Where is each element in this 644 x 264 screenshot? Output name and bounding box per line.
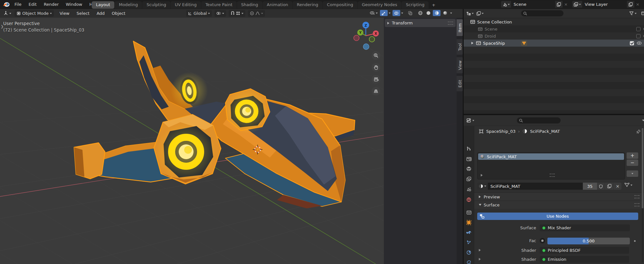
tab-object[interactable] xyxy=(464,218,473,227)
unlink-material-icon[interactable]: × xyxy=(614,183,621,190)
tab-modifiers[interactable] xyxy=(464,228,473,237)
tab-world[interactable] xyxy=(464,195,473,204)
outliner-row-scene-collection[interactable]: Scene Collection xyxy=(464,18,644,25)
fake-user-shield-icon[interactable] xyxy=(597,183,605,190)
zoom-button[interactable] xyxy=(372,51,380,60)
outliner-row-scene[interactable]: Scene xyxy=(464,25,644,32)
material-name-field[interactable]: SciFiPack_MAT xyxy=(488,183,583,190)
remove-view-layer-icon[interactable]: × xyxy=(634,1,641,8)
workspace-tab-shading[interactable]: Shading xyxy=(237,1,262,9)
viewport-menu-add[interactable]: Add xyxy=(93,9,108,18)
exclude-checkbox[interactable] xyxy=(630,41,634,45)
fac-socket-icon[interactable] xyxy=(540,238,545,243)
viewport-menu-object[interactable]: Object xyxy=(109,9,128,18)
tab-collection[interactable] xyxy=(464,208,473,217)
workspace-tab-animation[interactable]: Animation xyxy=(263,1,292,9)
visibility-dropdown[interactable] xyxy=(370,11,378,15)
new-material-copy-icon[interactable] xyxy=(605,183,613,190)
browse-material-dropdown[interactable] xyxy=(477,183,488,190)
list-resize-grip-icon[interactable] xyxy=(550,174,555,177)
outliner-search-input[interactable] xyxy=(521,10,564,16)
shading-wireframe-button[interactable] xyxy=(417,10,424,16)
workspace-tab-texture-paint[interactable]: Texture Paint xyxy=(201,1,237,9)
tab-output[interactable] xyxy=(464,164,473,173)
material-slot-specials-button[interactable] xyxy=(627,170,638,177)
breadcrumb-object-name[interactable]: SpaceShip_03 xyxy=(486,129,516,134)
pivot-point-dropdown[interactable] xyxy=(214,10,226,17)
exclude-checkbox[interactable] xyxy=(636,27,640,31)
slot-list-expand-icon[interactable] xyxy=(481,174,483,177)
fac-slider[interactable]: 0.500 xyxy=(547,238,630,244)
unlink-scene-icon[interactable]: × xyxy=(563,1,569,8)
new-view-layer-icon[interactable] xyxy=(627,1,634,8)
properties-editor-type-dropdown[interactable] xyxy=(466,118,474,123)
sidebar-tab-view[interactable]: View xyxy=(457,57,463,73)
gizmo-dropdown-icon[interactable] xyxy=(389,13,391,14)
show-overlays-toggle[interactable] xyxy=(393,10,400,16)
toolbar-expand-icon[interactable]: ❯ xyxy=(1,24,4,29)
properties-options-dropdown[interactable] xyxy=(642,120,644,121)
shading-solid-button[interactable] xyxy=(425,10,432,16)
viewport-menu-select[interactable]: Select xyxy=(73,9,93,18)
add-workspace-button[interactable]: + xyxy=(429,2,438,9)
proportional-edit-controls[interactable] xyxy=(248,10,265,17)
outliner-filter-id-dropdown[interactable] xyxy=(476,11,484,16)
shading-dropdown-icon[interactable] xyxy=(450,13,452,14)
outliner-row-spaceship[interactable]: SpaceShip xyxy=(464,40,644,47)
workspace-tab-sculpting[interactable]: Sculpting xyxy=(142,1,170,9)
animate-decorator-icon[interactable] xyxy=(634,240,636,242)
sidebar-tab-tool[interactable]: Tool xyxy=(457,39,463,55)
menu-edit[interactable]: Edit xyxy=(25,0,40,9)
transform-orientation-dropdown[interactable]: Global xyxy=(186,10,212,17)
new-scene-icon[interactable] xyxy=(555,1,563,8)
material-slot-selected[interactable]: SciFiPack_MAT xyxy=(478,153,624,160)
sidebar-tab-item[interactable]: Item xyxy=(457,19,463,36)
scene-datablock-icon[interactable] xyxy=(501,1,511,8)
snap-controls[interactable] xyxy=(229,10,245,17)
shading-material-preview-button[interactable] xyxy=(433,10,440,16)
blender-logo-icon[interactable] xyxy=(3,1,10,8)
workspace-tab-geometry-nodes[interactable]: Geometry Nodes xyxy=(358,1,402,9)
expand-arrow-icon[interactable] xyxy=(479,258,481,260)
tab-scene[interactable] xyxy=(464,185,473,194)
outliner-row-droid[interactable]: Droid xyxy=(464,32,644,40)
tab-particles[interactable] xyxy=(464,238,473,247)
surface-panel-header[interactable]: Surface xyxy=(474,201,644,209)
remove-material-slot-button[interactable]: − xyxy=(627,159,638,166)
expand-arrow-icon[interactable] xyxy=(479,249,481,251)
material-nodetree-dropdown[interactable] xyxy=(624,183,632,187)
expand-arrow-icon[interactable] xyxy=(471,42,473,44)
properties-scrollbar[interactable] xyxy=(642,127,643,262)
tab-physics[interactable] xyxy=(464,248,473,257)
tab-render[interactable] xyxy=(464,155,473,163)
view-layer-name[interactable]: View Layer xyxy=(582,1,627,8)
view-layer-icon[interactable] xyxy=(572,1,582,8)
properties-search-input[interactable] xyxy=(517,117,561,123)
workspace-tab-compositing[interactable]: Compositing xyxy=(323,1,357,9)
panel-grip-icon[interactable] xyxy=(448,22,453,25)
overlays-dropdown-icon[interactable] xyxy=(401,13,403,14)
use-nodes-button[interactable]: Use Nodes xyxy=(477,213,638,220)
shading-rendered-button[interactable] xyxy=(441,10,449,16)
viewport-menu-view[interactable]: View xyxy=(56,9,73,18)
menu-render[interactable]: Render xyxy=(40,0,62,9)
shader-principled-field[interactable]: Principled BSDF xyxy=(540,247,629,254)
editor-type-dropdown[interactable] xyxy=(2,11,13,16)
hide-eye-icon[interactable] xyxy=(637,41,642,45)
show-gizmo-toggle[interactable] xyxy=(380,10,388,16)
xray-toggle[interactable] xyxy=(407,10,414,16)
navigation-gizmo[interactable]: Z Y X xyxy=(351,19,383,52)
camera-view-button[interactable] xyxy=(372,75,380,84)
outliner-filter-dropdown[interactable] xyxy=(629,11,637,15)
tab-tool[interactable] xyxy=(464,144,473,153)
material-users-count[interactable]: 35 xyxy=(583,183,597,190)
surface-shader-field[interactable]: Mix Shader xyxy=(540,224,630,231)
sidebar-tab-edit[interactable]: Edit xyxy=(457,76,463,91)
transform-panel-header[interactable]: Transform xyxy=(385,19,456,27)
menu-window[interactable]: Window xyxy=(62,0,86,9)
add-material-slot-button[interactable]: + xyxy=(627,152,638,159)
new-collection-button[interactable] xyxy=(641,11,644,16)
workspace-tab-scripting[interactable]: Scripting xyxy=(402,1,429,9)
shader-emission-field[interactable]: Emission xyxy=(540,256,629,263)
workspace-tab-uv-editing[interactable]: UV Editing xyxy=(171,1,201,9)
